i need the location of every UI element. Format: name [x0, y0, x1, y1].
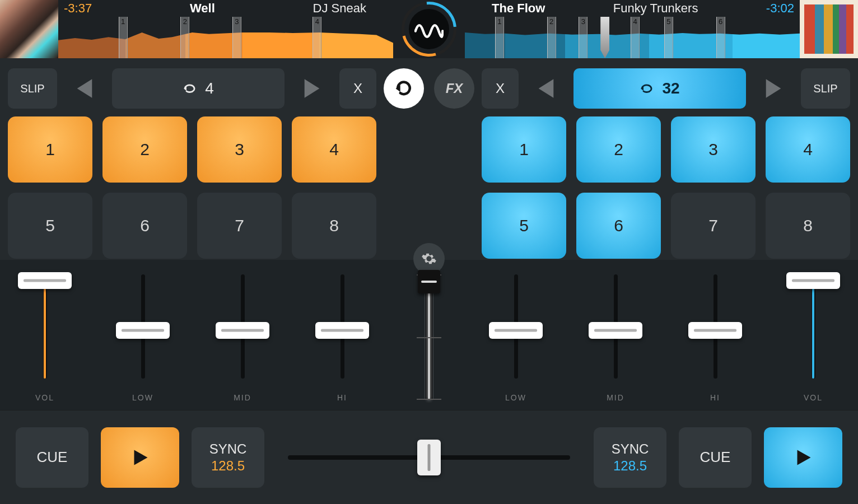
- deck-b-loop-increase[interactable]: [756, 68, 791, 109]
- deck-a-album-art[interactable]: [0, 0, 58, 58]
- deck-a-loop-decrease[interactable]: [67, 68, 102, 109]
- deck-a-pad-7[interactable]: 7: [197, 193, 282, 259]
- deck-b-pad-2[interactable]: 2: [576, 116, 661, 183]
- crossfader[interactable]: [288, 441, 570, 474]
- deck-a-title: Well: [190, 1, 215, 16]
- loop-icon: [640, 81, 655, 96]
- deck-b-eq-low-fader[interactable]: [488, 270, 544, 389]
- deck-b-sync-bpm: 128.5: [613, 458, 647, 474]
- deck-a-play-button[interactable]: [101, 427, 179, 488]
- deck-b-marker-2[interactable]: 2: [547, 17, 556, 58]
- deck-b-eq-hi-fader[interactable]: [687, 270, 743, 389]
- deck-a-pad-5[interactable]: 5: [8, 193, 92, 259]
- deck-b-header: The Flow Funky Trunkers -3:02 1 2 3 4 5 …: [465, 0, 800, 58]
- triangle-right-icon: [764, 77, 783, 100]
- deck-a-pad-4[interactable]: 4: [292, 116, 376, 183]
- loop-icon: [183, 81, 198, 96]
- deck-a-eq-low-fader[interactable]: [115, 270, 171, 389]
- deck-b-eq: LOW MID HI: [463, 270, 768, 410]
- deck-b-sync-label: SYNC: [612, 441, 649, 457]
- deck-a-pad-8[interactable]: 8: [292, 193, 376, 259]
- deck-b-pads: X 32 SLIP 12345678: [474, 58, 858, 260]
- deck-b-vol-label: VOL: [804, 393, 823, 402]
- deck-a-eq-mid-fader[interactable]: [214, 270, 271, 389]
- deck-a-sync-bpm: 128.5: [211, 458, 245, 474]
- center-controls: FX: [384, 58, 474, 260]
- deck-a-marker-2[interactable]: 2: [180, 17, 189, 58]
- crossfader-cap[interactable]: [417, 440, 441, 475]
- transport-bar: CUE SYNC 128.5 SYNC 128.5 CUE: [0, 410, 858, 504]
- play-icon: [130, 447, 150, 468]
- deck-a-eq-low: LOW: [109, 270, 176, 410]
- deck-b-marker-6[interactable]: 6: [716, 17, 725, 58]
- deck-a-loop-value: 4: [205, 80, 214, 97]
- deck-b-marker-4[interactable]: 4: [631, 17, 640, 58]
- deck-b-play-button[interactable]: [764, 427, 842, 488]
- triangle-right-icon: [302, 77, 321, 100]
- deck-b-eq-mid-fader[interactable]: [587, 270, 644, 389]
- deck-a-waveform[interactable]: 1 2 3 4: [58, 17, 393, 58]
- mixer-section: VOL LOW MID HI: [0, 260, 858, 410]
- deck-a-pads: SLIP 4 X 12345678: [0, 58, 384, 260]
- deck-a-pad-2[interactable]: 2: [102, 116, 187, 183]
- deck-b-volume-fader[interactable]: [785, 270, 841, 389]
- deck-a-cue-button[interactable]: CUE: [16, 427, 88, 488]
- deck-a-loop-button[interactable]: 4: [112, 68, 285, 109]
- deck-a-eq-hi-label: HI: [337, 393, 347, 402]
- deck-b-pad-8[interactable]: 8: [766, 193, 850, 259]
- deck-a-sync-button[interactable]: SYNC 128.5: [192, 427, 264, 488]
- app-logo[interactable]: [393, 0, 465, 58]
- deck-b-pad-3[interactable]: 3: [671, 116, 756, 183]
- deck-a-marker-4[interactable]: 4: [313, 17, 321, 58]
- header-bar: -3:37 Well DJ Sneak 1 2 3 4 The: [0, 0, 858, 58]
- deck-b-loop-value: 32: [662, 80, 679, 97]
- deck-a-volume: VOL: [0, 270, 90, 410]
- deck-b-loop-decrease[interactable]: [529, 68, 563, 109]
- deck-b-time-remaining: -3:02: [766, 1, 794, 16]
- play-icon: [793, 447, 813, 468]
- deck-a-pad-6[interactable]: 6: [102, 193, 187, 259]
- deck-b-artist: Funky Trunkers: [613, 1, 698, 16]
- deck-a-eq: LOW MID HI: [90, 270, 395, 410]
- vertical-crossfader-rail[interactable]: [420, 274, 438, 400]
- deck-a-volume-fader[interactable]: [17, 270, 73, 389]
- deck-b-x-button[interactable]: X: [482, 68, 519, 109]
- deck-b-pad-5[interactable]: 5: [482, 193, 566, 259]
- loop-mode-button[interactable]: [384, 68, 424, 109]
- deck-a-marker-3[interactable]: 3: [232, 17, 241, 58]
- deck-b-eq-hi: HI: [682, 270, 749, 410]
- deck-b-cue-button[interactable]: CUE: [679, 427, 752, 488]
- deck-a-pad-3[interactable]: 3: [197, 116, 282, 183]
- deck-a-x-button[interactable]: X: [339, 68, 376, 109]
- vertical-crossfader: [395, 270, 463, 410]
- fx-button[interactable]: FX: [434, 68, 474, 109]
- deck-a-marker-1[interactable]: 1: [119, 17, 128, 58]
- vertical-crossfader-cap[interactable]: [418, 270, 440, 293]
- deck-b-marker-1[interactable]: 1: [495, 17, 504, 58]
- triangle-left-icon: [537, 77, 556, 100]
- deck-a-pad-1[interactable]: 1: [8, 116, 92, 183]
- deck-b-eq-mid: MID: [582, 270, 649, 410]
- deck-a-sync-label: SYNC: [209, 441, 247, 457]
- deck-a-eq-hi-fader[interactable]: [314, 270, 370, 389]
- deck-b-album-art[interactable]: [800, 0, 858, 58]
- deck-b-pad-4[interactable]: 4: [766, 116, 850, 183]
- deck-b-pad-1[interactable]: 1: [482, 116, 566, 183]
- deck-a-header: -3:37 Well DJ Sneak 1 2 3 4: [58, 0, 393, 58]
- deck-b-volume: VOL: [768, 270, 858, 410]
- deck-b-marker-5[interactable]: 5: [664, 17, 673, 58]
- deck-a-eq-mid-label: MID: [234, 393, 251, 402]
- deck-b-sync-button[interactable]: SYNC 128.5: [594, 427, 666, 488]
- deck-b-waveform[interactable]: 1 2 3 4 5 6: [465, 17, 800, 58]
- deck-a-slip-button[interactable]: SLIP: [8, 68, 57, 109]
- deck-b-marker-3[interactable]: 3: [579, 17, 587, 58]
- deck-b-loop-button[interactable]: 32: [573, 68, 746, 109]
- deck-a-eq-hi: HI: [309, 270, 376, 410]
- deck-b-slip-button[interactable]: SLIP: [801, 68, 850, 109]
- deck-a-loop-increase[interactable]: [295, 68, 329, 109]
- deck-b-pad-7[interactable]: 7: [671, 193, 756, 259]
- deck-b-eq-hi-label: HI: [710, 393, 720, 402]
- deck-b-pad-6[interactable]: 6: [576, 193, 661, 259]
- deck-a-eq-mid: MID: [209, 270, 276, 410]
- deck-b-playhead[interactable]: [600, 17, 609, 58]
